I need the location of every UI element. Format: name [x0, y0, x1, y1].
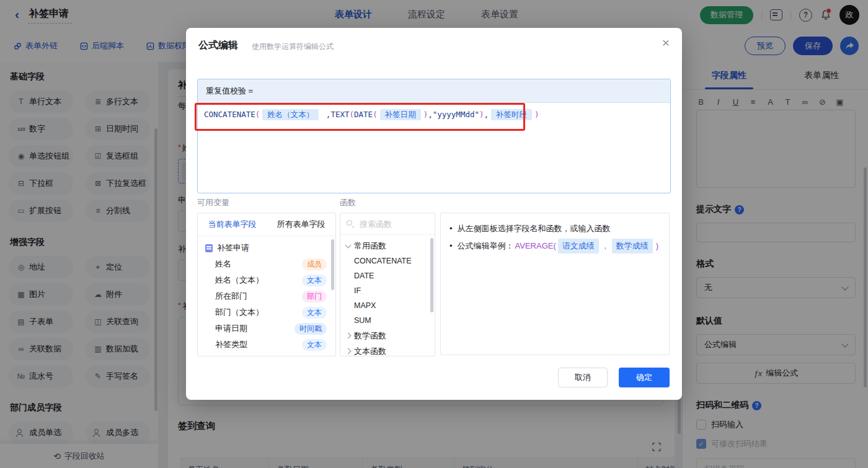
field-token: 补签时段 — [491, 109, 532, 120]
variable-row[interactable]: 所在部门部门 — [198, 288, 335, 304]
function-group-label: 文本函数 — [354, 346, 386, 357]
field-token: 补签日期 — [380, 109, 421, 120]
formula-text: , — [484, 110, 489, 119]
variable-type-badge: 时间戳 — [294, 323, 327, 335]
functions-scrollbar[interactable] — [430, 238, 433, 312]
variables-scrollbar[interactable] — [331, 239, 334, 290]
function-group-label: 数学函数 — [354, 330, 386, 342]
formula-expression[interactable]: CONCATENATE(姓名（文本） ,TEXT(DATE(补签日期),"yyy… — [198, 103, 670, 127]
chevron-icon — [345, 348, 352, 355]
modal-subtitle: 使用数学运算符编辑公式 — [252, 42, 334, 52]
function-item[interactable]: DATE — [340, 268, 435, 283]
formula-help-panel: • 从左侧面板选择字段名和函数，或输入函数 • 公式编辑举例： AVERAGE(… — [440, 213, 670, 355]
formula-text: DATE — [354, 110, 373, 119]
help-line-1: 从左侧面板选择字段名和函数，或输入函数 — [458, 222, 611, 236]
function-item[interactable]: IF — [340, 283, 435, 298]
variable-row[interactable]: 部门（文本）文本 — [198, 304, 335, 320]
modal-title: 公式编辑 — [198, 39, 238, 52]
formula-text: ( — [373, 110, 378, 119]
variable-type-badge: 成员 — [302, 258, 327, 270]
formula-edit-modal: 公式编辑 使用数学运算符编辑公式 × 重复值校验 = CONCATENATE(姓… — [186, 28, 682, 400]
function-group: 常用函数CONCATENATEDATEIFMAPXSUM — [340, 238, 435, 328]
formula-text: , — [321, 110, 330, 119]
function-group-label: 常用函数 — [354, 241, 386, 252]
function-item[interactable]: MAPX — [340, 298, 435, 313]
variable-name: 部门（文本） — [215, 307, 264, 318]
variable-name: 姓名（文本） — [215, 275, 264, 286]
search-icon — [347, 220, 354, 227]
variable-row[interactable]: 姓名成员 — [198, 256, 335, 272]
formula-text: TEXT — [330, 110, 349, 119]
formula-text: ) — [479, 110, 484, 119]
formula-text: CONCATENATE — [204, 110, 255, 119]
close-icon[interactable]: × — [662, 36, 670, 49]
function-search-input[interactable] — [358, 219, 420, 229]
variable-type-badge: 文本 — [302, 307, 327, 319]
chevron-icon — [345, 242, 352, 248]
variable-name: 申请日期 — [215, 323, 247, 334]
variable-name: 所在部门 — [215, 291, 247, 302]
function-group-header[interactable]: 常用函数 — [340, 238, 435, 254]
functions-panel: 常用函数CONCATENATEDATEIFMAPXSUM数学函数文本函数 — [340, 213, 435, 356]
example-field-token: 语文成绩 — [558, 239, 599, 254]
cancel-button[interactable]: 取消 — [558, 368, 608, 387]
variable-row[interactable]: 申请日期时间戳 — [198, 320, 335, 337]
bullet-icon: • — [450, 222, 453, 236]
form-tree-root[interactable]: 补签申请 — [198, 240, 335, 256]
variable-type-badge: 部门 — [302, 291, 327, 302]
form-doc-icon — [205, 244, 213, 252]
variable-row[interactable]: 姓名（文本）文本 — [198, 272, 335, 288]
variables-section-label: 可用变量 — [197, 197, 229, 208]
function-item[interactable]: CONCATENATE — [340, 254, 435, 268]
variable-type-badge: 文本 — [302, 339, 327, 351]
example-field-token: 数学成绩 — [612, 239, 653, 254]
help-line-2-prefix: 公式编辑举例： — [458, 239, 514, 253]
variable-name: 姓名 — [215, 258, 231, 270]
formula-editor[interactable]: 重复值校验 = CONCATENATE(姓名（文本） ,TEXT(DATE(补签… — [197, 79, 671, 193]
function-group-header[interactable]: 数学函数 — [340, 328, 435, 343]
variable-type-badge: 文本 — [302, 275, 327, 286]
example-close-paren: ) — [656, 239, 658, 253]
bullet-icon: • — [450, 239, 453, 253]
variable-row[interactable]: 补签类型文本 — [198, 337, 335, 353]
function-group: 文本函数 — [340, 343, 435, 356]
field-token: 姓名（文本） — [262, 109, 319, 120]
chevron-icon — [345, 333, 352, 339]
variables-tab[interactable]: 所有表单字段 — [267, 219, 335, 230]
formula-target-label: 重复值校验 = — [198, 79, 670, 103]
variable-name: 补签类型 — [215, 339, 247, 350]
formula-text: ( — [350, 110, 355, 119]
function-item[interactable]: SUM — [340, 313, 435, 328]
functions-section-label: 函数 — [340, 197, 356, 208]
app: ‹ 补签申请 表单设计流程设定表单设置 数据管理 ? 政 表单外链后端脚本数据权… — [0, 0, 868, 468]
formula-text: ( — [255, 110, 260, 119]
variables-tab[interactable]: 当前表单字段 — [198, 219, 267, 230]
confirm-button[interactable]: 确定 — [619, 368, 670, 387]
function-group: 数学函数 — [340, 328, 435, 343]
function-group-header[interactable]: 文本函数 — [340, 343, 435, 356]
example-function: AVERAGE( — [515, 239, 556, 253]
formula-text: ,"yyyyMMdd" — [428, 110, 479, 119]
form-name: 补签申请 — [217, 242, 249, 254]
formula-text: ) — [534, 110, 539, 119]
variables-panel: 当前表单字段所有表单字段 补签申请 姓名成员姓名（文本）文本所在部门部门部门（文… — [197, 213, 336, 356]
